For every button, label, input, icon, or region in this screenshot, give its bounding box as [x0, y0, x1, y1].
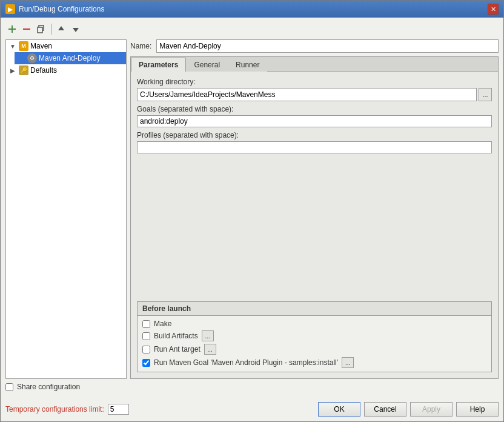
help-button[interactable]: Help	[456, 402, 499, 417]
title-bar: ▶ Run/Debug Configurations ✕	[1, 1, 503, 18]
tree-item-defaults[interactable]: ▶ 🔑 Defaults	[6, 64, 126, 76]
working-dir-browse-button[interactable]: ...	[479, 88, 492, 101]
main-content: ▼ M Maven ⚙ Maven And-Deploy ▶ 🔑 Default…	[5, 39, 499, 379]
working-dir-label: Working directory:	[137, 78, 492, 86]
tab-general[interactable]: General	[186, 58, 228, 72]
tree-item-label: Defaults	[30, 66, 57, 75]
build-artifacts-label: Build Artifacts	[154, 332, 198, 340]
window-icon: ▶	[5, 4, 15, 14]
temp-limit-input[interactable]	[108, 404, 129, 415]
svg-rect-1	[8, 28, 16, 30]
add-configuration-button[interactable]	[5, 22, 19, 36]
svg-marker-5	[58, 26, 64, 30]
svg-rect-4	[38, 27, 42, 33]
working-dir-input[interactable]	[137, 88, 477, 101]
share-configuration-label: Share configuration	[17, 383, 80, 391]
temp-limit-area: Temporary configurations limit:	[5, 404, 129, 415]
move-down-icon	[71, 25, 80, 33]
tab-parameters[interactable]: Parameters	[131, 58, 186, 72]
copy-configuration-button[interactable]	[35, 22, 48, 36]
expand-icon: ▼	[8, 42, 17, 50]
move-up-icon	[57, 25, 65, 33]
before-launch-header: Before launch	[138, 302, 491, 316]
tree-item-label: Maven And-Deploy	[39, 54, 100, 62]
share-configuration-checkbox[interactable]	[5, 383, 13, 391]
move-down-button[interactable]	[69, 22, 82, 36]
right-panel: Name: Parameters General Runner Working …	[130, 39, 499, 379]
build-artifacts-checkbox[interactable]	[142, 332, 150, 340]
remove-configuration-button[interactable]	[20, 22, 33, 36]
expand-icon	[17, 54, 25, 62]
before-launch-content: Make Build Artifacts ...	[138, 316, 491, 372]
apply-button[interactable]: Apply	[410, 402, 453, 417]
tree-item-maven-group[interactable]: ▼ M Maven	[6, 40, 126, 52]
configuration-tree: ▼ M Maven ⚙ Maven And-Deploy ▶ 🔑 Default…	[5, 39, 127, 379]
profiles-label: Profiles (separated with space):	[137, 131, 492, 139]
tab-runner[interactable]: Runner	[228, 58, 267, 72]
svg-rect-2	[23, 28, 30, 30]
run-debug-configurations-window: ▶ Run/Debug Configurations ✕	[0, 0, 504, 422]
ok-button[interactable]: OK	[318, 402, 360, 417]
tree-item-label: Maven	[30, 42, 52, 50]
close-button[interactable]: ✕	[488, 4, 499, 15]
name-label: Name:	[130, 42, 151, 50]
before-launch-make-row: Make	[142, 320, 486, 328]
goals-group: Goals (separated with space):	[137, 105, 492, 127]
profiles-group: Profiles (separated with space):	[137, 131, 492, 153]
tab-bar: Parameters General Runner	[131, 57, 498, 72]
cancel-button[interactable]: Cancel	[364, 402, 406, 417]
remove-icon	[22, 25, 31, 33]
working-dir-group: Working directory: ...	[137, 78, 492, 101]
footer-buttons: OK Cancel Apply Help	[318, 402, 499, 417]
footer: Temporary configurations limit: OK Cance…	[5, 400, 499, 417]
before-launch-section: Before launch Make Build	[137, 301, 492, 372]
run-ant-target-label: Run Ant target	[154, 345, 201, 353]
defaults-icon: 🔑	[19, 65, 28, 75]
run-maven-goal-label: Run Maven Goal 'Maven Android Plugin - s…	[154, 358, 338, 367]
tree-item-maven-and-deploy[interactable]: ⚙ Maven And-Deploy	[15, 52, 126, 64]
maven-group-icon: M	[19, 41, 28, 51]
svg-marker-6	[73, 28, 79, 32]
temp-limit-label: Temporary configurations limit:	[5, 405, 104, 414]
name-row: Name:	[130, 39, 499, 53]
expand-icon: ▶	[8, 66, 17, 75]
bottom-area: Share configuration	[5, 383, 499, 396]
move-up-button[interactable]	[55, 22, 68, 36]
share-row: Share configuration	[5, 383, 499, 391]
before-launch-build-artifacts-row: Build Artifacts ...	[142, 330, 486, 341]
before-launch-run-ant-row: Run Ant target ...	[142, 344, 486, 355]
tab-content-parameters: Working directory: ... Goals (separated …	[131, 72, 498, 378]
run-ant-target-checkbox[interactable]	[142, 346, 150, 353]
goals-label: Goals (separated with space):	[137, 105, 492, 113]
make-label: Make	[154, 320, 171, 328]
working-dir-row: ...	[137, 88, 492, 101]
profiles-input[interactable]	[137, 141, 492, 153]
run-ant-target-ellipsis-button[interactable]: ...	[204, 344, 216, 355]
copy-icon	[37, 25, 45, 33]
toolbar	[5, 22, 499, 36]
name-input[interactable]	[156, 39, 499, 53]
run-maven-goal-ellipsis-button[interactable]: ...	[342, 357, 354, 368]
config-gear-icon: ⚙	[27, 53, 37, 63]
window-body: ▼ M Maven ⚙ Maven And-Deploy ▶ 🔑 Default…	[1, 18, 503, 421]
goals-input[interactable]	[137, 115, 492, 127]
tabs-area: Parameters General Runner Working direct…	[130, 56, 499, 379]
make-checkbox[interactable]	[142, 320, 150, 328]
run-maven-goal-checkbox[interactable]	[142, 359, 150, 367]
window-title: Run/Debug Configurations	[19, 5, 104, 13]
spacer	[137, 157, 492, 298]
add-icon	[8, 25, 16, 33]
toolbar-separator	[51, 24, 51, 35]
before-launch-run-maven-row: Run Maven Goal 'Maven Android Plugin - s…	[142, 357, 486, 368]
build-artifacts-ellipsis-button[interactable]: ...	[202, 330, 214, 341]
